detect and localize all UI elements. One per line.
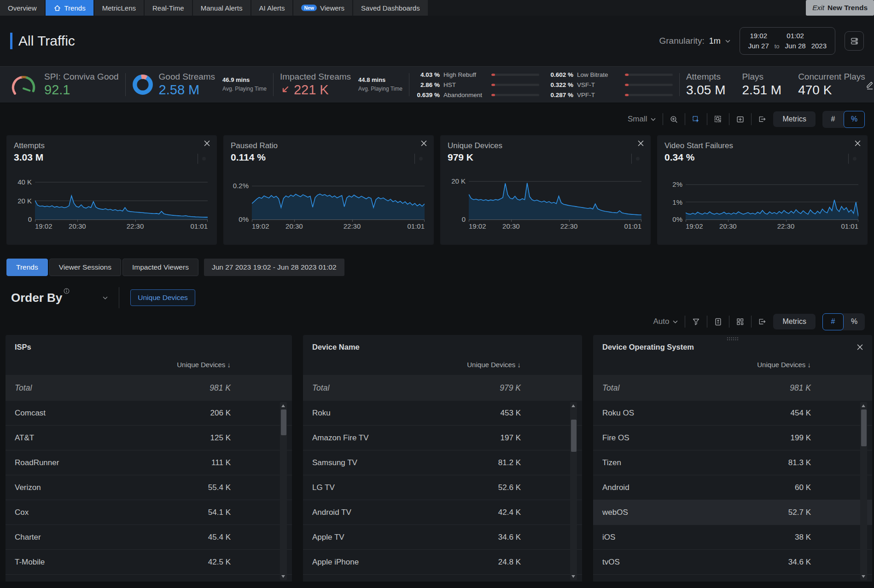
section-tab-impacted-viewers[interactable]: Impacted Viewers (122, 259, 198, 276)
row-value: 81.2 K (498, 458, 573, 467)
metrics-button[interactable]: Metrics (773, 314, 816, 329)
column-header-unique-devices[interactable]: Unique Devices ↓ (593, 354, 872, 375)
section-tab-trends[interactable]: Trends (6, 259, 48, 276)
nav-tab-overview[interactable]: Overview (0, 0, 45, 16)
x-axis-label: 01:01 (190, 222, 208, 230)
exit-new-trends-button[interactable]: Exit New Trends (806, 0, 874, 16)
table-row-ios[interactable]: iOS38 K (593, 525, 872, 550)
inspect-region-icon[interactable] (714, 115, 722, 123)
column-header-unique-devices[interactable]: Unique Devices ↓ (6, 354, 292, 375)
chart-tools (844, 154, 861, 164)
scroll-thumb[interactable] (861, 409, 867, 446)
table-row-amazon-fire-tv[interactable]: Amazon Fire TV197 K (303, 426, 582, 450)
nav-tab-real-time[interactable]: Real-Time (145, 0, 192, 16)
table-row-roku[interactable]: Roku453 K (303, 401, 582, 426)
export-icon[interactable] (758, 115, 766, 123)
column-header-unique-devices[interactable]: Unique Devices ↓ (303, 354, 582, 375)
add-annotation-icon[interactable] (736, 115, 744, 123)
table-row-apple-tv[interactable]: Apple TV34.6 K (303, 525, 582, 550)
close-icon[interactable] (204, 140, 210, 146)
filter-icon[interactable] (692, 318, 700, 326)
table-title-dropdown[interactable]: Device Name (312, 343, 373, 352)
nav-tab-trends[interactable]: Trends (46, 0, 93, 16)
table-row-roku-os[interactable]: Roku OS454 K (593, 401, 872, 426)
bar-chart-icon[interactable] (419, 157, 423, 161)
table-row-cox[interactable]: Cox54.1 K (6, 500, 292, 525)
scroll-thumb[interactable] (571, 420, 577, 452)
close-icon[interactable] (857, 344, 863, 350)
nav-tab-metriclens[interactable]: MetricLens (94, 0, 144, 16)
bar-chart-icon[interactable] (202, 157, 206, 161)
table-row-samsung-tv[interactable]: Samsung TV81.2 K (303, 450, 582, 475)
scroll-up-arrow[interactable] (571, 404, 575, 407)
table-row-t-mobile[interactable]: T-Mobile42.5 K (6, 550, 292, 575)
drag-handle[interactable] (726, 337, 739, 341)
edit-kpis-button[interactable] (865, 80, 874, 90)
count-percent-toggle: # % (822, 111, 865, 128)
table-row-android-tv[interactable]: Android TV42.4 K (303, 500, 582, 525)
scrollbar[interactable] (570, 402, 577, 580)
scroll-down-arrow[interactable] (281, 575, 285, 578)
table-row-roadrunner[interactable]: RoadRunner111 K (6, 450, 292, 475)
granularity-dropdown[interactable]: Granularity: 1m (659, 36, 730, 46)
scroll-up-arrow[interactable] (862, 404, 865, 407)
scroll-up-arrow[interactable] (281, 404, 285, 407)
table-title-dropdown[interactable]: ISPs (15, 343, 44, 352)
chart-size-dropdown[interactable]: Small (628, 115, 656, 124)
table-title-dropdown[interactable]: Device Operating System (602, 343, 707, 352)
table-row-verizon[interactable]: Verizon55.4 K (6, 475, 292, 500)
table-row-android[interactable]: Android60 K (593, 475, 872, 500)
layout-grid-icon[interactable] (736, 318, 744, 326)
saved-views-button[interactable] (845, 31, 864, 51)
table-row-tvos[interactable]: tvOS34.6 K (593, 550, 872, 575)
close-icon[interactable] (421, 140, 427, 146)
scrollbar[interactable] (280, 402, 287, 580)
select-region-icon[interactable] (692, 115, 700, 123)
bar-chart-icon[interactable] (853, 157, 857, 161)
chart-plot[interactable]: 2%1%0% (686, 178, 858, 220)
table-row-charter[interactable]: Charter45.4 K (6, 525, 292, 550)
section-tab-viewer-sessions[interactable]: Viewer Sessions (49, 259, 121, 276)
order-by-chevron-icon[interactable] (103, 296, 108, 300)
metrics-button[interactable]: Metrics (773, 111, 816, 127)
quality-metric-vsf-t: 0.322 %VSF-T (549, 80, 673, 90)
date-range-picker[interactable]: 19:02 Jun 27 to 01:02 Jun 28 2023 (740, 27, 835, 55)
bar-chart-icon[interactable] (636, 157, 640, 161)
count-toggle[interactable]: # (822, 111, 844, 128)
table-row-tizen[interactable]: Tizen81.3 K (593, 450, 872, 475)
row-name: T-Mobile (15, 558, 45, 567)
nav-tab-ai-alerts[interactable]: AI Alerts (251, 0, 293, 16)
table-row-webos[interactable]: webOS52.7 K (593, 500, 872, 525)
nav-tab-manual-alerts[interactable]: Manual Alerts (193, 0, 251, 16)
scroll-down-arrow[interactable] (571, 575, 575, 578)
scrollbar[interactable] (860, 402, 867, 580)
chart-plot[interactable]: 20 K0 (469, 178, 641, 220)
percent-toggle[interactable]: % (844, 111, 865, 128)
table-row-apple-iphone[interactable]: Apple iPhone24.8 K (303, 550, 582, 575)
row-value: 125 K (210, 433, 283, 443)
count-toggle[interactable]: # (822, 313, 844, 330)
table-row-fire-os[interactable]: Fire OS199 K (593, 426, 872, 450)
report-icon[interactable] (714, 318, 722, 326)
chart-x-axis: 19:0220:3022:3001:01 (252, 220, 425, 231)
scroll-thumb[interactable] (281, 409, 286, 435)
order-by-chip[interactable]: Unique Devices (130, 289, 195, 306)
close-icon[interactable] (855, 140, 861, 146)
table-row-comcast[interactable]: Comcast206 K (6, 401, 292, 426)
export-icon[interactable] (758, 318, 766, 326)
nav-tab-label: AI Alerts (259, 4, 285, 12)
page-title: All Traffic (10, 33, 75, 49)
scroll-down-arrow[interactable] (862, 575, 865, 578)
table-row-lg-tv[interactable]: LG TV52.6 K (303, 475, 582, 500)
zoom-in-icon[interactable] (670, 115, 678, 123)
nav-tab-viewers[interactable]: NewViewers (293, 0, 352, 16)
percent-toggle[interactable]: % (844, 313, 865, 330)
row-value: 52.6 K (498, 483, 573, 492)
chart-plot[interactable]: 0.2%0% (252, 178, 425, 220)
table-row-at-t[interactable]: AT&T125 K (6, 426, 292, 450)
chart-plot[interactable]: 40 K20 K0 (35, 178, 208, 220)
table-title: Device Operating System (602, 343, 694, 352)
table-size-dropdown[interactable]: Auto (653, 317, 678, 326)
close-icon[interactable] (638, 140, 644, 146)
nav-tab-saved-dashboards[interactable]: Saved Dashboards (353, 0, 428, 16)
